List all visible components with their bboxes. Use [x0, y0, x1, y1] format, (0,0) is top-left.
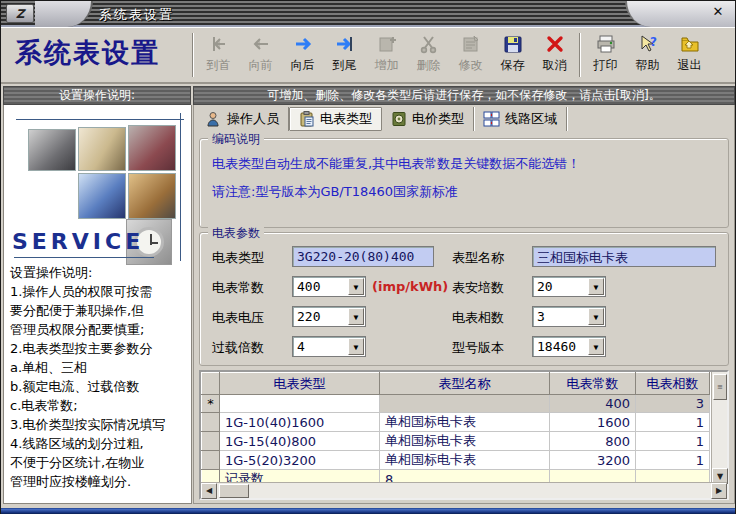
overload-label: 过载倍数 [212, 339, 264, 357]
edit-note-icon [460, 31, 482, 57]
photo-tile-pen [78, 127, 126, 171]
col-header-constant[interactable]: 电表常数 [550, 373, 636, 395]
next-button[interactable]: 向后 [282, 31, 323, 79]
constant-unit-label: (imp/kWh) [372, 279, 448, 294]
row-marker [202, 451, 220, 470]
col-header-name[interactable]: 表型名称 [380, 373, 550, 395]
clipboard-icon [299, 111, 315, 127]
table-row[interactable]: 1G-15(40)800 单相国标电卡表 800 1 [202, 432, 710, 451]
amperage-label: 表安培数 [452, 279, 504, 297]
modify-button[interactable]: 修改 [450, 31, 491, 79]
model-name-label: 表型名称 [452, 249, 504, 267]
cancel-button[interactable]: 取消 [534, 31, 575, 79]
table-row[interactable]: 1G-5(20)3200 单相国标电卡表 3200 1 [202, 451, 710, 470]
photo-tile-keyboard [78, 173, 126, 219]
operation-instructions-text: 设置操作说明: 1.操作人员的权限可按需 要分配便于兼职操作,但 管理员权限分配… [10, 263, 190, 491]
exit-button[interactable]: 退出 [669, 31, 710, 79]
print-button[interactable]: 打印 [585, 31, 626, 79]
cell-phases[interactable]: 1 [636, 413, 710, 432]
tab-meter-types[interactable]: 电表类型 [289, 107, 382, 131]
scroll-right-icon[interactable]: ▶ [711, 483, 727, 499]
coding-note-1: 电表类型自动生成不能重复,其中电表常数是关键数据不能选错！ [212, 155, 728, 173]
last-button[interactable]: 到尾 [324, 31, 365, 79]
scroll-left-icon[interactable]: ◀ [201, 483, 217, 499]
photo-tile-instruments [128, 125, 176, 171]
window-title: 系统表设置 [99, 6, 174, 24]
cell-name[interactable]: 单相国标电卡表 [380, 413, 550, 432]
col-header-phases[interactable]: 电表相数 [636, 373, 710, 395]
red-x-icon [544, 31, 566, 57]
overload-select[interactable]: 4▼ [292, 336, 366, 357]
help-button[interactable]: ? 帮助 [627, 31, 668, 79]
save-button[interactable]: 保存 [492, 31, 533, 79]
page-title: 系统表设置 [15, 35, 191, 71]
chevron-down-icon[interactable]: ▼ [348, 308, 364, 325]
chevron-down-icon[interactable]: ▼ [588, 308, 604, 325]
vscroll-thumb[interactable]: ≡ [713, 374, 727, 400]
photo-tile-tools [28, 129, 76, 171]
service-label: SERVICE [12, 229, 144, 254]
close-icon[interactable]: ✕ [709, 4, 727, 20]
cell-constant[interactable]: 1600 [550, 413, 636, 432]
chevron-down-icon[interactable]: ▼ [348, 338, 364, 355]
row-marker [202, 413, 220, 432]
hscroll-thumb[interactable] [219, 484, 249, 498]
toolbar-separator [192, 33, 194, 77]
row-marker: * [202, 395, 220, 413]
voltage-select[interactable]: 220▼ [292, 306, 366, 327]
cell-type[interactable]: 1G-10(40)1600 [220, 413, 380, 432]
cell-constant[interactable]: 800 [550, 432, 636, 451]
title-bar[interactable]: Z 系统表设置 ✕ [1, 1, 735, 27]
prev-button[interactable]: 向前 [240, 31, 281, 79]
meter-params-box: 电表参数 电表类型 3G220-20(80)400 表型名称 三相国标电卡表 电… [199, 232, 729, 366]
table-row-current[interactable]: * 400 3 [202, 395, 710, 413]
model-name-field[interactable]: 三相国标电卡表 [532, 246, 716, 267]
prev-icon [250, 31, 272, 57]
cell-type[interactable]: 1G-5(20)3200 [220, 451, 380, 470]
col-header-type[interactable]: 电表类型 [220, 373, 380, 395]
vertical-scrollbar[interactable]: ≡ ▼ [711, 372, 727, 484]
phases-select[interactable]: 3▼ [532, 306, 606, 327]
first-button[interactable]: 到首 [198, 31, 239, 79]
photo-tile-ledger [128, 173, 176, 219]
cell-constant[interactable]: 3200 [550, 451, 636, 470]
model-version-select[interactable]: 18460▼ [532, 336, 606, 357]
cell-name[interactable]: 单相国标电卡表 [380, 451, 550, 470]
cell-name[interactable]: 单相国标电卡表 [380, 432, 550, 451]
grid-table: 电表类型 表型名称 电表常数 电表相数 * 400 3 1G-10(40)160… [201, 372, 710, 489]
cell-phases[interactable]: 3 [636, 395, 710, 413]
grid-header-row: 电表类型 表型名称 电表常数 电表相数 [202, 373, 710, 395]
amperage-select[interactable]: 20▼ [532, 276, 606, 297]
cell-constant[interactable]: 400 [550, 395, 636, 413]
service-collage-image: SERVICE [4, 111, 191, 263]
coding-note-2: 请注意:型号版本为GB/T18460国家新标准 [212, 183, 728, 201]
tab-operators[interactable]: 操作人员 [197, 107, 289, 131]
first-icon [208, 31, 230, 57]
cell-phases[interactable]: 1 [636, 451, 710, 470]
chevron-down-icon[interactable]: ▼ [588, 278, 604, 295]
settings-main-panel: 操作人员 电表类型 电价类型 线路区域 编码说明 电表类型自动生成不能重复,其中… [193, 105, 735, 504]
delete-button[interactable]: 删除 [408, 31, 449, 79]
chevron-down-icon[interactable]: ▼ [588, 338, 604, 355]
tab-price-types[interactable]: 电价类型 [382, 107, 474, 131]
horizontal-scrollbar[interactable]: ◀ ▶ [201, 482, 727, 498]
cell-type[interactable] [220, 395, 380, 413]
cell-phases[interactable]: 1 [636, 432, 710, 451]
book-icon [391, 111, 407, 127]
last-icon [334, 31, 356, 57]
next-icon [292, 31, 314, 57]
chevron-down-icon[interactable]: ▼ [348, 278, 364, 295]
help-cursor-icon: ? [637, 31, 659, 57]
meter-type-label: 电表类型 [212, 249, 264, 267]
tab-strip: 操作人员 电表类型 电价类型 线路区域 [197, 106, 567, 132]
meter-type-field[interactable]: 3G220-20(80)400 [292, 246, 434, 267]
add-button[interactable]: 增加 [366, 31, 407, 79]
tab-line-areas[interactable]: 线路区域 [474, 107, 567, 131]
meter-constant-select[interactable]: 400▼ [292, 276, 366, 297]
person-icon [206, 111, 222, 127]
params-box-title: 电表参数 [208, 225, 264, 242]
cell-type[interactable]: 1G-15(40)800 [220, 432, 380, 451]
cell-name[interactable] [380, 395, 550, 413]
toolbar-separator [579, 33, 581, 77]
table-row[interactable]: 1G-10(40)1600 单相国标电卡表 1600 1 [202, 413, 710, 432]
